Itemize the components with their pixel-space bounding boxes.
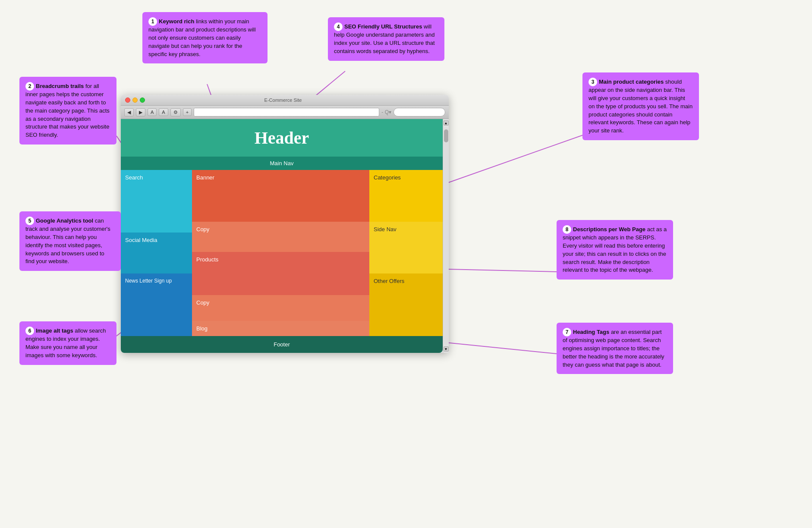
- scroll-up-button[interactable]: ▲: [444, 120, 449, 126]
- callout-2: 2Breadcrumb trails for all inner pages h…: [19, 77, 116, 145]
- callout-1-bold: Keyword rich: [159, 18, 194, 25]
- callout-number-5: 5: [25, 217, 34, 225]
- callout-number-8: 8: [563, 225, 571, 234]
- callout-number-6: 6: [25, 327, 34, 335]
- site-main-column: Banner Copy Products Copy Blog: [192, 170, 369, 336]
- scrollbar-thumb[interactable]: [444, 129, 448, 142]
- address-bar[interactable]: [194, 108, 379, 116]
- callout-number-1: 1: [148, 17, 157, 26]
- site-offers-block: Other Offers: [369, 273, 443, 336]
- site-categories-block: Categories: [369, 170, 443, 222]
- browser-window: E-Commerce Site ◀ ▶ A A ⚙ + - Q▾ Header …: [121, 95, 449, 353]
- font-larger-button[interactable]: A: [159, 108, 168, 116]
- tools-button[interactable]: ⚙: [170, 108, 181, 116]
- scrollbar[interactable]: ▲ ▼: [443, 119, 449, 353]
- browser-content: Header Main Nav Search Social Media News…: [121, 119, 443, 353]
- svg-line-2: [440, 134, 587, 185]
- site-body: Search Social Media News Letter Sign up …: [121, 170, 443, 336]
- callout-5-text: can track and analyse your customer's be…: [25, 217, 110, 264]
- site-copy1-block: Copy: [192, 222, 369, 252]
- site-left-column: Search Social Media News Letter Sign up: [121, 170, 192, 336]
- callout-number-2: 2: [25, 82, 34, 91]
- site-newsletter-block: News Letter Sign up: [121, 273, 192, 336]
- callout-number-3: 3: [589, 78, 597, 86]
- callout-3: 3Main product categories should appear o…: [582, 72, 699, 140]
- callout-7: 7Heading Tags are an essential part of o…: [557, 323, 673, 374]
- scroll-down-button[interactable]: ▼: [444, 346, 449, 352]
- callout-number-7: 7: [563, 328, 571, 336]
- site-mainnav: Main Nav: [121, 157, 443, 170]
- site-products-block: Products: [192, 252, 369, 295]
- callout-7-bold: Heading Tags: [573, 329, 609, 335]
- browser-titlebar: E-Commerce Site: [121, 95, 449, 106]
- callout-8-text: act as a snippet which appears in the SE…: [563, 226, 667, 273]
- callout-4-bold: SEO Friendly URL Structures: [344, 23, 422, 30]
- site-social-block: Social Media: [121, 233, 192, 273]
- scrollbar-track[interactable]: [444, 127, 448, 345]
- callout-2-bold: Breadcrumb trails: [36, 83, 84, 89]
- site-banner-block: Banner: [192, 170, 369, 222]
- site-search-block: Search: [121, 170, 192, 233]
- site-right-column: Categories Side Nav Other Offers: [369, 170, 443, 336]
- site-blog-block: Blog: [192, 321, 369, 336]
- callout-8-bold: Descriptions per Web Page: [573, 226, 645, 233]
- callout-5-bold: Google Analytics tool: [36, 217, 93, 224]
- callout-3-text: should appear on the side navigation bar…: [589, 79, 692, 134]
- font-smaller-button[interactable]: A: [148, 108, 157, 116]
- callout-number-4: 4: [334, 22, 343, 31]
- callout-4: 4SEO Friendly URL Structures will help G…: [328, 17, 444, 61]
- separator: - Q▾: [381, 109, 391, 115]
- site-header: Header: [121, 119, 443, 157]
- callout-6: 6Image alt tags allow search engines to …: [19, 321, 116, 365]
- site-copy2-block: Copy: [192, 295, 369, 321]
- add-button[interactable]: +: [183, 108, 192, 116]
- site-sidenav-block: Side Nav: [369, 222, 443, 273]
- site-content: Header Main Nav Search Social Media News…: [121, 119, 443, 353]
- callout-1: 1Keyword rich links within your main nav…: [142, 12, 268, 63]
- callout-2-text: for all inner pages helps the customer n…: [25, 83, 110, 138]
- browser-toolbar: ◀ ▶ A A ⚙ + - Q▾: [121, 106, 449, 119]
- callout-8: 8Descriptions per Web Page act as a snip…: [557, 220, 673, 280]
- site-footer: Footer: [121, 336, 443, 353]
- browser-search-input[interactable]: [393, 108, 445, 116]
- browser-inner: Header Main Nav Search Social Media News…: [121, 119, 449, 353]
- back-button[interactable]: ◀: [124, 108, 134, 116]
- callout-6-bold: Image alt tags: [36, 327, 73, 334]
- callout-5: 5Google Analytics tool can track and ana…: [19, 211, 121, 271]
- forward-button[interactable]: ▶: [136, 108, 145, 116]
- callout-3-bold: Main product categories: [599, 79, 664, 85]
- browser-title: E-Commerce Site: [122, 97, 444, 103]
- site-header-title: Header: [129, 128, 434, 148]
